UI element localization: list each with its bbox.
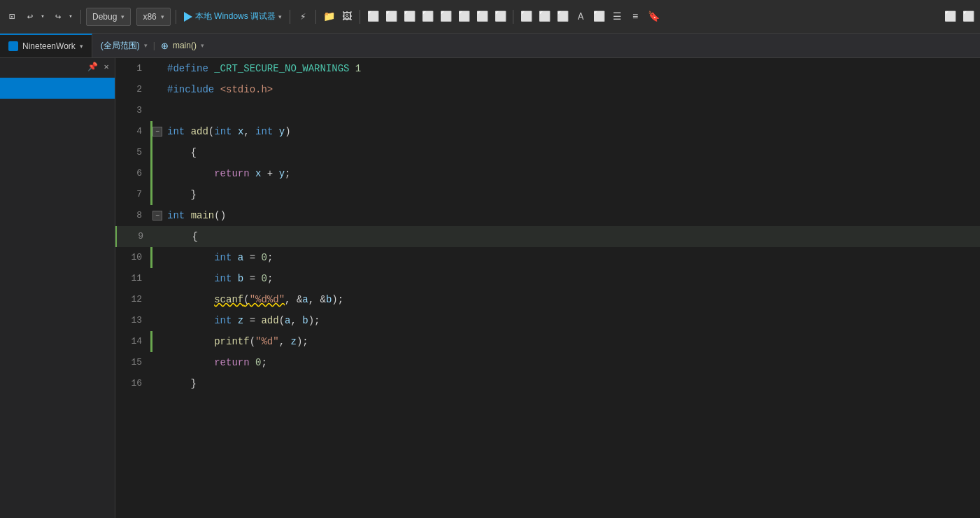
play-icon <box>184 12 192 22</box>
line-num-12: 12 <box>115 289 150 310</box>
scope-arrow: ▾ <box>144 42 148 49</box>
line-content-4: int add(int x, int y) <box>164 121 980 142</box>
gutter-13 <box>150 310 164 331</box>
separator-5 <box>360 10 360 24</box>
toolbar-icon-11[interactable]: ⬜ <box>474 9 490 24</box>
toolbar-icon-17[interactable]: ⬜ <box>591 9 606 24</box>
line-content-1: #define _CRT_SECURE_NO_WARNINGS 1 <box>164 58 980 79</box>
panel-header: 📌 ✕ <box>0 58 115 75</box>
line-num-13: 13 <box>115 310 150 331</box>
scope-selector: (全局范围) ▾ | ⊕ main() ▾ <box>92 34 980 57</box>
toolbar-icon-10[interactable]: ⬜ <box>456 9 471 24</box>
line-num-6: 6 <box>115 163 150 184</box>
gutter-5 <box>150 142 164 163</box>
gutter-10 <box>150 247 164 268</box>
toolbar-icon-6[interactable]: ⬜ <box>383 9 399 24</box>
main-area: 📌 ✕ 1 #define _CRT_SECURE_NO_WARNINGS 1 … <box>0 58 980 518</box>
code-line-4: 4 − int add(int x, int y) <box>115 121 980 142</box>
debug-dropdown[interactable]: Debug ▾ <box>86 8 131 26</box>
toolbar-icon-20[interactable]: ⬜ <box>942 9 958 24</box>
line-num-7: 7 <box>115 184 150 205</box>
gutter-16 <box>150 373 164 394</box>
code-line-2: 2 #include <stdio.h> <box>115 79 980 100</box>
code-line-5: 5 { <box>115 142 980 163</box>
arch-label: x86 <box>143 12 156 22</box>
toolbar-icon-9[interactable]: ⬜ <box>438 9 453 24</box>
toolbar-icon-3[interactable]: 📁 <box>321 9 336 24</box>
code-line-1: 1 #define _CRT_SECURE_NO_WARNINGS 1 <box>115 58 980 79</box>
line-content-3 <box>164 100 980 121</box>
toolbar-icon-15[interactable]: ⬜ <box>555 9 570 24</box>
line-content-15: return 0; <box>164 352 980 373</box>
toolbar-icon-21[interactable]: ⬜ <box>960 9 976 24</box>
undo-arrow[interactable]: ▾ <box>38 9 48 24</box>
green-bar-5 <box>150 142 152 163</box>
gutter-6 <box>150 163 164 184</box>
code-line-11: 11 int b = 0; <box>115 268 980 289</box>
toolbar-icon-7[interactable]: ⬜ <box>402 9 417 24</box>
gutter-15 <box>150 352 164 373</box>
run-label: 本地 Windows 调试器 <box>195 10 276 22</box>
redo-arrow[interactable]: ▾ <box>66 9 76 24</box>
gutter-2 <box>150 79 164 100</box>
panel-close-btn[interactable]: ✕ <box>101 61 112 72</box>
line-num-8: 8 <box>115 205 150 226</box>
code-line-6: 6 return x + y; <box>115 163 980 184</box>
arch-arrow: ▾ <box>161 13 164 20</box>
toolbar-icon-1[interactable]: ⊡ <box>4 9 20 24</box>
toolbar-icon-8[interactable]: ⬜ <box>420 9 435 24</box>
toolbar: ⊡ ↩ ▾ ↪ ▾ Debug ▾ x86 ▾ 本地 Windows 调试器 ▾… <box>0 0 980 34</box>
code-line-10: 10 int a = 0; <box>115 247 980 268</box>
run-button[interactable]: 本地 Windows 调试器 ▾ <box>181 9 285 24</box>
panel-content <box>0 75 115 518</box>
debug-label: Debug <box>92 12 117 22</box>
collapse-btn-8[interactable]: − <box>152 211 162 220</box>
tab-arrow: ▾ <box>80 43 83 50</box>
code-lines: 1 #define _CRT_SECURE_NO_WARNINGS 1 2 #i… <box>115 58 980 518</box>
code-line-14: 14 printf("%d", z); <box>115 331 980 352</box>
toolbar-icon-2[interactable]: ⚡ <box>295 9 311 24</box>
line-content-16: } <box>164 373 980 394</box>
arch-dropdown[interactable]: x86 ▾ <box>136 8 170 26</box>
toolbar-icon-18[interactable]: ☰ <box>609 9 625 24</box>
tab-bar: NineteenWork ▾ (全局范围) ▾ | ⊕ main() ▾ <box>0 34 980 58</box>
toolbar-icon-13[interactable]: ⬜ <box>518 9 534 24</box>
func-arrow: ▾ <box>201 42 204 49</box>
line-num-16: 16 <box>115 373 150 394</box>
tab-nineteenwork[interactable]: NineteenWork ▾ <box>0 34 92 57</box>
green-bar-6 <box>150 163 152 184</box>
code-editor[interactable]: 1 #define _CRT_SECURE_NO_WARNINGS 1 2 #i… <box>115 58 980 518</box>
toolbar-icon-5[interactable]: ⬜ <box>365 9 381 24</box>
line-num-3: 3 <box>115 100 150 121</box>
scope-divider: | <box>153 41 155 50</box>
line-content-5: { <box>164 142 980 163</box>
code-line-9: 9 { <box>115 226 980 247</box>
toolbar-icon-14[interactable]: ⬜ <box>537 9 552 24</box>
gutter-8: − <box>150 205 164 226</box>
line-num-10: 10 <box>115 247 150 268</box>
bookmark-icon[interactable]: 🔖 <box>646 9 661 24</box>
line-num-1: 1 <box>115 58 150 79</box>
toolbar-icon-19[interactable]: ≡ <box>627 9 643 24</box>
toolbar-icon-12[interactable]: ⬜ <box>492 9 508 24</box>
tab-name: NineteenWork <box>22 41 76 51</box>
line-num-5: 5 <box>115 142 150 163</box>
line-num-9: 9 <box>117 226 152 247</box>
scope-dropdown[interactable]: (全局范围) ▾ <box>101 40 148 52</box>
toolbar-icon-4[interactable]: 🖼 <box>339 9 355 24</box>
toolbar-icon-16[interactable]: A <box>573 9 588 24</box>
func-scope[interactable]: ⊕ main() ▾ <box>161 41 204 51</box>
line-content-12: scanf("%d%d", &a, &b); <box>164 289 980 310</box>
redo-button[interactable]: ↪ <box>50 9 66 24</box>
collapse-btn-4[interactable]: − <box>152 127 162 136</box>
separator-2 <box>176 10 176 24</box>
gutter-12 <box>150 289 164 310</box>
undo-button[interactable]: ↩ <box>22 9 38 24</box>
panel-pin-btn[interactable]: 📌 <box>87 61 98 72</box>
gutter-7 <box>150 184 164 205</box>
line-num-2: 2 <box>115 79 150 100</box>
code-line-15: 15 return 0; <box>115 352 980 373</box>
gutter-14 <box>150 331 164 352</box>
line-content-9: { <box>166 226 980 247</box>
code-line-8: 8 − int main() <box>115 205 980 226</box>
